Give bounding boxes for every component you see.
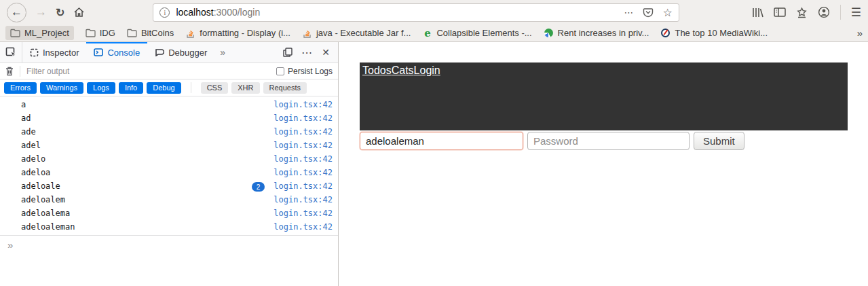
log-row: adeloale2login.tsx:42 [0, 179, 338, 193]
persist-logs-label: Persist Logs [288, 67, 333, 76]
debugger-icon [155, 48, 164, 56]
bookmark-java-jar[interactable]: java - Executable Jar f... [302, 28, 411, 38]
menu-icon[interactable]: ☰ [851, 5, 861, 20]
back-button[interactable]: ← [7, 3, 26, 22]
prompt-icon: » [7, 239, 13, 251]
bookmarks-bar: ML_Project IDG BitCoins formatting - Dis… [0, 24, 868, 42]
filter-css-button[interactable]: CSS [201, 82, 229, 94]
sidebar-icon[interactable] [774, 7, 786, 18]
filter-info-button[interactable]: Info [119, 82, 143, 94]
log-row: adlogin.tsx:42 [0, 111, 338, 125]
bookmark-folder-idg[interactable]: IDG [86, 28, 115, 38]
home-button[interactable] [73, 7, 85, 18]
filter-logs-button[interactable]: Logs [87, 82, 115, 94]
bookmark-formatting[interactable]: formatting - Display (i... [185, 28, 290, 38]
log-location-link[interactable]: login.tsx:42 [273, 209, 333, 218]
log-row: alogin.tsx:42 [0, 98, 338, 111]
filter-output-input[interactable]: Filter output [26, 67, 69, 76]
log-location-link[interactable]: login.tsx:42 [273, 127, 333, 137]
bookmark-label: Collapsible Elements -... [436, 28, 531, 38]
reload-button[interactable]: ↻ [56, 6, 64, 19]
folder-icon [127, 28, 137, 38]
tab-debugger[interactable]: Debugger [147, 42, 214, 62]
bookmark-collapsible[interactable]: e Collapsible Elements -... [422, 28, 531, 38]
filter-warnings-button[interactable]: Warnings [40, 82, 83, 94]
devtools-tabbar: Inspector Console Debugger » ⋯ ✕ [0, 42, 338, 63]
tab-inspector[interactable]: Inspector [22, 42, 86, 62]
account-icon[interactable] [818, 6, 830, 18]
devtools-menu-icon[interactable]: ⋯ [299, 44, 315, 60]
console-output: alogin.tsx:42 adlogin.tsx:42 adelogin.ts… [0, 96, 338, 234]
filter-errors-button[interactable]: Errors [4, 82, 37, 94]
reload-icon: ↻ [56, 7, 64, 18]
log-location-link[interactable]: login.tsx:42 [273, 168, 333, 177]
bookmark-label: BitCoins [141, 28, 174, 38]
pick-element-icon [5, 47, 17, 58]
filter-debug-button[interactable]: Debug [147, 82, 181, 94]
bookmark-folder-bitcoins[interactable]: BitCoins [127, 28, 174, 38]
toolbar-divider [840, 5, 841, 20]
log-location-link[interactable]: login.tsx:42 [273, 154, 333, 164]
e-favicon-icon: e [422, 28, 432, 38]
bookmarks-overflow-icon[interactable]: » [857, 27, 863, 39]
close-devtools-icon[interactable]: ✕ [318, 44, 334, 60]
tab-console[interactable]: Console [86, 42, 147, 62]
submit-button[interactable]: Submit [694, 132, 744, 150]
library-icon[interactable] [751, 7, 763, 18]
bookmark-star-icon[interactable]: ☆ [662, 6, 672, 19]
bookmark-label: formatting - Display (i... [200, 28, 290, 38]
persist-logs-checkbox[interactable] [276, 67, 284, 75]
divider [191, 82, 191, 93]
log-location-link[interactable]: login.tsx:42 [273, 195, 333, 204]
pick-element-button[interactable] [0, 42, 22, 62]
url-text[interactable]: localhost:3000/login [176, 7, 260, 18]
bookmark-rent[interactable]: Rent increases in priv... [544, 28, 649, 38]
folder-icon [10, 28, 20, 38]
page-actions-icon[interactable]: ⋯ [624, 7, 634, 18]
filter-requests-button[interactable]: Requests [263, 82, 307, 94]
bookmark-mediawiki[interactable]: The top 10 MediaWiki... [660, 28, 768, 38]
log-row: adeloalemanlogin.tsx:42 [0, 220, 338, 234]
console-icon [94, 48, 103, 56]
divider [20, 66, 20, 77]
circle-favicon-icon [544, 28, 554, 38]
repeat-count-badge: 2 [252, 182, 265, 192]
log-row: adeloalemlogin.tsx:42 [0, 193, 338, 207]
nav-link-cats[interactable]: Cats [392, 65, 414, 76]
split-console-button[interactable] [280, 44, 296, 60]
console-filter-buttons: Errors Warnings Logs Info Debug CSS XHR … [0, 79, 338, 96]
bookmark-label: The top 10 MediaWiki... [675, 28, 768, 38]
site-nav: TodosCatsLogin [362, 65, 845, 77]
folder-icon [86, 28, 96, 38]
site-info-icon[interactable]: i [159, 7, 170, 18]
username-input[interactable] [360, 132, 523, 150]
url-bar[interactable]: i localhost:3000/login ⋯ ☆ [153, 3, 679, 22]
devtools-panel: Inspector Console Debugger » ⋯ ✕ Fi [0, 42, 339, 286]
compass-favicon-icon [660, 28, 671, 38]
nav-link-login[interactable]: Login [414, 65, 440, 76]
console-filter-row: Filter output Persist Logs [0, 63, 338, 79]
filter-xhr-button[interactable]: XHR [231, 82, 259, 94]
clear-console-icon[interactable] [5, 67, 14, 76]
nav-link-todos[interactable]: Todos [362, 65, 392, 76]
log-location-link[interactable]: login.tsx:42 [273, 222, 333, 232]
password-input[interactable] [527, 132, 690, 150]
bookmark-label: IDG [100, 28, 115, 38]
pocket-icon[interactable] [643, 7, 654, 18]
bookmarks-menu-icon[interactable] [796, 7, 808, 18]
log-location-link[interactable]: login.tsx:42 [273, 181, 333, 191]
log-location-link[interactable]: login.tsx:42 [273, 141, 333, 150]
site-header: TodosCatsLogin [360, 62, 848, 130]
forward-button[interactable]: → [35, 5, 47, 19]
stackoverflow-icon [302, 28, 312, 38]
bookmark-folder-ml-project[interactable]: ML_Project [5, 26, 74, 40]
inspector-icon [30, 48, 39, 57]
console-command-input[interactable]: » [0, 235, 338, 286]
log-location-link[interactable]: login.tsx:42 [273, 100, 333, 109]
log-location-link[interactable]: login.tsx:42 [273, 113, 333, 123]
more-tabs-icon[interactable]: » [214, 42, 231, 62]
login-form: Submit [360, 132, 744, 150]
log-row: adellogin.tsx:42 [0, 139, 338, 152]
bookmark-label: Rent increases in priv... [558, 28, 649, 38]
log-row: adeloalemalogin.tsx:42 [0, 207, 338, 220]
